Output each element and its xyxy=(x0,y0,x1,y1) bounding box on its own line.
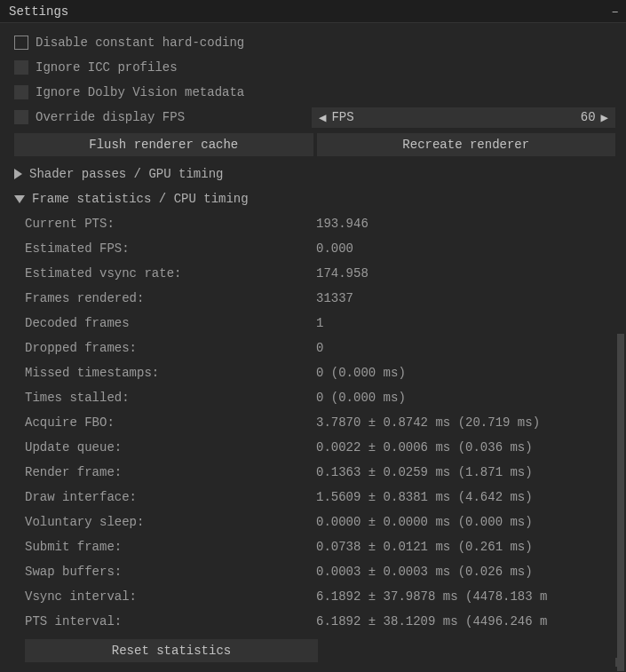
stat-row: Draw interface:1.5609 ± 0.8381 ms (4.642… xyxy=(25,485,615,510)
stat-row: Dropped frames:0 xyxy=(25,336,615,360)
stats-list: Current PTS:193.946Estimated FPS:0.000Es… xyxy=(14,211,615,634)
checkbox-row-override-fps[interactable]: Override display FPS xyxy=(14,110,312,124)
stat-value: 0.0738 ± 0.0121 ms (0.261 ms) xyxy=(316,540,533,554)
stat-value: 0.0000 ± 0.0000 ms (0.000 ms) xyxy=(316,515,533,529)
stat-value: 174.958 xyxy=(316,266,368,281)
stat-row: Render frame:0.1363 ± 0.0259 ms (1.871 m… xyxy=(25,460,615,485)
fps-name: FPS xyxy=(331,110,580,124)
arrow-right-icon[interactable]: ▶ xyxy=(601,110,608,125)
section-shader-passes[interactable]: Shader passes / GPU timing xyxy=(14,162,615,186)
scrollbar-vertical[interactable] xyxy=(617,334,624,671)
checkbox-row-ignore-icc[interactable]: Ignore ICC profiles xyxy=(14,55,615,80)
flush-renderer-cache-button[interactable]: Flush renderer cache xyxy=(14,133,313,156)
stat-row: PTS interval:6.1892 ± 38.1209 ms (4496.2… xyxy=(25,609,615,634)
stat-row: Missed timestamps:0 (0.000 ms) xyxy=(25,360,615,385)
minimize-button[interactable]: – xyxy=(612,4,617,19)
stat-label: Acquire FBO: xyxy=(25,415,316,430)
stat-value: 0 (0.000 ms) xyxy=(316,391,406,405)
section-frame-statistics[interactable]: Frame statistics / CPU timing xyxy=(14,186,615,211)
stat-label: Dropped frames: xyxy=(25,341,316,355)
checkbox-row-ignore-dolby[interactable]: Ignore Dolby Vision metadata xyxy=(14,80,615,105)
stat-value: 1 xyxy=(316,316,323,330)
stat-row: Decoded frames1 xyxy=(25,311,615,336)
stat-row: Update queue:0.0022 ± 0.0006 ms (0.036 m… xyxy=(25,435,615,460)
checkbox-label: Override display FPS xyxy=(36,110,185,124)
stat-label: Decoded frames xyxy=(25,316,316,330)
stat-label: Draw interface: xyxy=(25,490,316,504)
checkbox-label: Ignore Dolby Vision metadata xyxy=(36,85,244,99)
reset-statistics-button[interactable]: Reset statistics xyxy=(25,639,318,662)
stat-value: 31337 xyxy=(316,291,353,305)
stat-label: Vsync interval: xyxy=(25,589,316,604)
stat-row: Estimated vsync rate:174.958 xyxy=(25,261,615,286)
triangle-down-icon xyxy=(14,195,25,203)
stat-label: Render frame: xyxy=(25,465,316,479)
override-fps-row: Override display FPS ◀ FPS 60 ▶ xyxy=(14,105,615,130)
triangle-right-icon xyxy=(14,169,22,179)
stat-row: Frames rendered:31337 xyxy=(25,286,615,311)
button-row: Flush renderer cache Recreate renderer xyxy=(14,133,615,156)
stat-value: 0.0003 ± 0.0003 ms (0.026 ms) xyxy=(316,565,533,579)
fps-spinner[interactable]: ◀ FPS 60 ▶ xyxy=(312,107,615,128)
stat-row: Vsync interval:6.1892 ± 37.9878 ms (4478… xyxy=(25,584,615,609)
stat-label: Frames rendered: xyxy=(25,291,316,305)
checkbox-icon[interactable] xyxy=(14,110,28,124)
stat-row: Times stalled:0 (0.000 ms) xyxy=(25,385,615,410)
stat-label: PTS interval: xyxy=(25,614,316,629)
stat-value: 193.946 xyxy=(316,217,368,231)
stat-row: Swap buffers:0.0003 ± 0.0003 ms (0.026 m… xyxy=(25,559,615,584)
fps-value: 60 xyxy=(581,110,596,124)
stat-value: 0.000 xyxy=(316,241,353,256)
stat-label: Estimated vsync rate: xyxy=(25,266,316,281)
recreate-renderer-button[interactable]: Recreate renderer xyxy=(317,133,616,156)
stat-row: Submit frame:0.0738 ± 0.0121 ms (0.261 m… xyxy=(25,534,615,559)
stat-row: Estimated FPS:0.000 xyxy=(25,236,615,261)
stat-label: Swap buffers: xyxy=(25,565,316,579)
resize-handle[interactable] xyxy=(615,658,624,667)
section-label: Frame statistics / CPU timing xyxy=(32,192,249,206)
checkbox-label: Ignore ICC profiles xyxy=(36,60,178,75)
content-area: Disable constant hard-coding Ignore ICC … xyxy=(0,23,626,672)
checkbox-label: Disable constant hard-coding xyxy=(36,36,244,50)
stat-label: Current PTS: xyxy=(25,217,316,231)
stat-label: Voluntary sleep: xyxy=(25,515,316,529)
checkbox-icon[interactable] xyxy=(14,85,28,99)
stat-value: 0.1363 ± 0.0259 ms (1.871 ms) xyxy=(316,465,533,479)
stat-value: 0 (0.000 ms) xyxy=(316,366,406,380)
stat-row: Acquire FBO:3.7870 ± 0.8742 ms (20.719 m… xyxy=(25,410,615,435)
checkbox-row-disable-hardcoding[interactable]: Disable constant hard-coding xyxy=(14,30,615,55)
stat-value: 1.5609 ± 0.8381 ms (4.642 ms) xyxy=(316,490,533,504)
stat-label: Submit frame: xyxy=(25,540,316,554)
stat-value: 0.0022 ± 0.0006 ms (0.036 ms) xyxy=(316,440,533,455)
stat-value: 3.7870 ± 0.8742 ms (20.719 ms) xyxy=(316,415,540,430)
window-title: Settings xyxy=(9,4,68,19)
stat-label: Update queue: xyxy=(25,440,316,455)
stat-row: Current PTS:193.946 xyxy=(25,211,615,236)
stat-value: 6.1892 ± 38.1209 ms (4496.246 m xyxy=(316,614,547,629)
stat-label: Missed timestamps: xyxy=(25,366,316,380)
checkbox-icon[interactable] xyxy=(14,60,28,75)
stat-value: 0 xyxy=(316,341,323,355)
settings-window: Settings – Disable constant hard-coding … xyxy=(0,0,626,672)
titlebar: Settings – xyxy=(0,0,626,23)
stat-label: Times stalled: xyxy=(25,391,316,405)
section-label: Shader passes / GPU timing xyxy=(29,167,223,181)
stat-label: Estimated FPS: xyxy=(25,241,316,256)
arrow-left-icon[interactable]: ◀ xyxy=(319,110,326,125)
stat-row: Voluntary sleep:0.0000 ± 0.0000 ms (0.00… xyxy=(25,510,615,534)
checkbox-icon[interactable] xyxy=(14,36,28,50)
stat-value: 6.1892 ± 37.9878 ms (4478.183 m xyxy=(316,589,547,604)
